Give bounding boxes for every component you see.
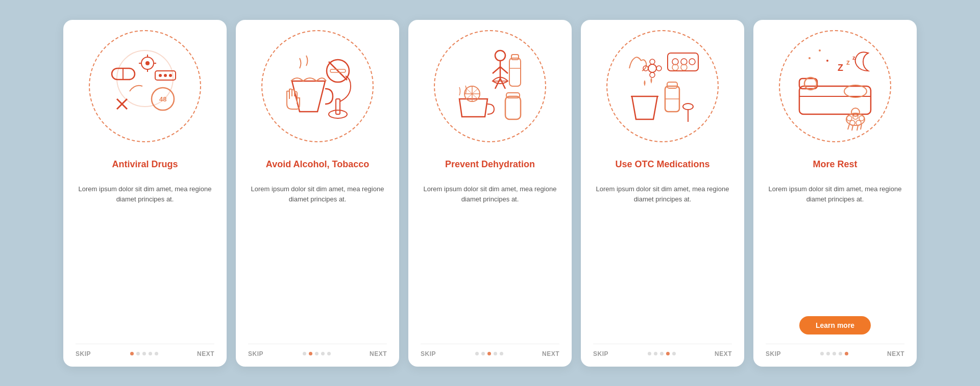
card-body-otc: Lorem ipsum dolor sit dim amet, mea regi… — [593, 184, 732, 338]
svg-point-41 — [681, 59, 687, 65]
svg-point-47 — [650, 72, 655, 78]
dot-3 — [487, 352, 491, 355]
card-footer-otc: SKIP NEXT — [593, 344, 732, 357]
dot-4 — [839, 352, 842, 355]
card-footer-antiviral: SKIP NEXT — [76, 344, 214, 357]
svg-line-66 — [848, 124, 849, 130]
svg-point-77 — [826, 60, 828, 62]
svg-point-44 — [681, 64, 687, 70]
cards-container: 48 Antiviral Drugs Lorem ip — [43, 5, 937, 382]
skip-link-rest[interactable]: SKIP — [766, 350, 781, 357]
next-link-rest[interactable]: NEXT — [887, 350, 904, 357]
dot-5 — [500, 352, 503, 355]
svg-point-59 — [844, 85, 867, 97]
svg-rect-28 — [509, 58, 521, 86]
card-alcohol: Avoid Alcohol, Tobacco Lorem ipsum dolor… — [236, 20, 399, 367]
svg-point-22 — [495, 50, 505, 61]
dot-1 — [303, 352, 306, 355]
dot-2 — [136, 352, 140, 355]
card-title-dehydration: Prevent Dehydration — [445, 152, 535, 177]
svg-rect-57 — [799, 79, 817, 89]
dots-antiviral — [130, 352, 158, 355]
svg-point-14 — [169, 74, 172, 77]
card-footer-alcohol: SKIP NEXT — [248, 344, 387, 357]
svg-rect-21 — [336, 99, 340, 114]
dot-4 — [321, 352, 325, 355]
svg-rect-29 — [511, 55, 519, 60]
svg-point-65 — [851, 108, 860, 116]
card-body-antiviral: Lorem ipsum dolor sit dim amet, mea regi… — [76, 184, 214, 338]
svg-rect-37 — [505, 96, 521, 119]
card-footer-dehydration: SKIP NEXT — [421, 344, 559, 357]
next-link-alcohol[interactable]: NEXT — [370, 350, 387, 357]
learn-more-button[interactable]: Learn more — [799, 316, 871, 334]
card-title-alcohol: Avoid Alcohol, Tobacco — [266, 152, 369, 177]
icon-circle-otc — [606, 30, 719, 142]
svg-point-12 — [159, 74, 162, 77]
next-link-dehydration[interactable]: NEXT — [542, 350, 559, 357]
dot-5 — [845, 352, 848, 355]
svg-line-68 — [857, 125, 858, 131]
skip-link-antiviral[interactable]: SKIP — [76, 350, 91, 357]
card-body-alcohol: Lorem ipsum dolor sit dim amet, mea regi… — [248, 184, 387, 338]
dot-5 — [672, 352, 676, 355]
card-title-rest: More Rest — [813, 152, 857, 177]
card-antiviral: 48 Antiviral Drugs Lorem ip — [63, 20, 227, 367]
dot-2 — [481, 352, 485, 355]
dot-5 — [327, 352, 331, 355]
card-dehydration: Prevent Dehydration Lorem ipsum dolor si… — [408, 20, 572, 367]
svg-point-49 — [656, 66, 662, 71]
dot-2 — [309, 352, 312, 355]
card-rest: Z z z — [753, 20, 917, 367]
icon-circle-antiviral: 48 — [89, 30, 201, 142]
svg-line-69 — [861, 124, 862, 130]
dot-3 — [832, 352, 836, 355]
icon-circle-alcohol — [261, 30, 374, 142]
svg-point-75 — [808, 57, 811, 59]
svg-point-46 — [650, 59, 655, 64]
skip-link-alcohol[interactable]: SKIP — [248, 350, 263, 357]
svg-point-53 — [683, 104, 693, 110]
dot-4 — [494, 352, 497, 355]
dot-5 — [155, 352, 158, 355]
svg-line-25 — [500, 67, 508, 73]
svg-rect-51 — [667, 82, 677, 88]
svg-point-72 — [859, 116, 864, 121]
dot-1 — [130, 352, 134, 355]
svg-point-13 — [164, 74, 167, 77]
skip-link-otc[interactable]: SKIP — [593, 350, 608, 357]
dot-3 — [660, 352, 664, 355]
svg-point-40 — [672, 59, 678, 65]
dot-2 — [826, 352, 830, 355]
icon-circle-rest: Z z z — [779, 30, 891, 142]
dot-2 — [654, 352, 657, 355]
card-body-dehydration: Lorem ipsum dolor sit dim amet, mea regi… — [421, 184, 559, 338]
card-body-rest: Lorem ipsum dolor sit dim amet, mea regi… — [766, 184, 904, 311]
dot-4 — [666, 352, 670, 355]
svg-point-6 — [145, 61, 150, 65]
card-otc: Use OTC Medications Lorem ipsum dolor si… — [581, 20, 744, 367]
card-footer-rest: SKIP NEXT — [766, 344, 904, 357]
svg-point-42 — [689, 59, 695, 65]
icon-circle-dehydration — [434, 30, 546, 142]
card-title-antiviral: Antiviral Drugs — [112, 152, 178, 177]
svg-point-70 — [847, 116, 852, 121]
dots-rest — [820, 352, 848, 355]
svg-rect-56 — [799, 86, 871, 114]
svg-text:z: z — [846, 58, 850, 66]
dots-dehydration — [475, 352, 503, 355]
next-link-antiviral[interactable]: NEXT — [197, 350, 214, 357]
svg-text:Z: Z — [838, 63, 843, 73]
dot-4 — [149, 352, 152, 355]
svg-point-45 — [648, 64, 656, 72]
dots-alcohol — [303, 352, 331, 355]
dot-3 — [142, 352, 146, 355]
dots-otc — [648, 352, 676, 355]
dot-3 — [315, 352, 318, 355]
svg-line-24 — [493, 67, 500, 73]
dot-1 — [648, 352, 651, 355]
next-link-otc[interactable]: NEXT — [715, 350, 732, 357]
skip-link-dehydration[interactable]: SKIP — [421, 350, 436, 357]
svg-line-67 — [852, 125, 853, 131]
dot-1 — [475, 352, 479, 355]
